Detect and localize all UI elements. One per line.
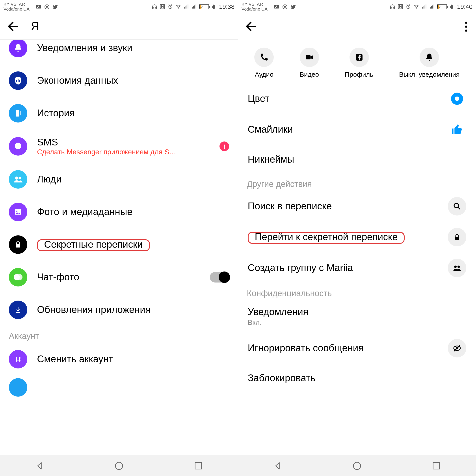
svg-rect-48	[431, 6, 432, 9]
svg-rect-39	[393, 7, 394, 9]
story-icon	[9, 104, 27, 122]
row-switch-account[interactable]: Сменить аккаунт	[0, 343, 238, 375]
chat-photo-toggle[interactable]	[210, 272, 229, 283]
chrome-icon	[44, 4, 50, 9]
row-label: Поиск в переписке	[248, 201, 448, 212]
row-label: Смайлики	[248, 124, 448, 135]
row-label: Создать группу с Mariia	[248, 262, 448, 274]
highlight-box: Секретные переписки	[37, 239, 150, 251]
carrier-1: KYIVSTAR	[3, 2, 30, 7]
svg-point-23	[18, 177, 21, 179]
bell-icon	[9, 40, 27, 57]
battery-icon: 15	[437, 4, 447, 9]
svg-rect-45	[425, 5, 425, 9]
activity-icon	[36, 4, 41, 9]
row-sms[interactable]: SMS Сделать Messenger приложением для S……	[0, 130, 238, 163]
svg-rect-49	[432, 5, 433, 9]
signal-1-icon	[421, 4, 427, 9]
back-icon[interactable]	[244, 19, 259, 34]
svg-rect-17	[18, 79, 18, 82]
row-secret[interactable]: Секретные переписки	[0, 228, 238, 261]
svg-rect-38	[390, 7, 391, 9]
action-label: Выкл. уведомления	[399, 70, 459, 78]
svg-point-57	[454, 266, 457, 268]
video-icon	[300, 48, 319, 67]
chat-settings-list: Цвет Смайлики Никнеймы Другие действия П…	[238, 83, 476, 455]
action-video[interactable]: Видео	[300, 48, 319, 78]
nav-back-icon[interactable]	[273, 461, 283, 471]
row-block[interactable]: Заблокировать	[238, 364, 476, 393]
row-chat-photo[interactable]: Чат-фото	[0, 261, 238, 293]
chat-settings-screen: KYIVSTAR Vodafone UA 15 19:40	[238, 0, 476, 476]
eco-icon	[449, 4, 455, 9]
row-color[interactable]: Цвет	[238, 83, 476, 114]
alert-icon: !	[220, 141, 229, 151]
chat-icon	[9, 137, 27, 155]
row-label: Перейти к секретной переписке	[255, 231, 398, 242]
row-label: SMS	[37, 137, 220, 148]
row-notifications[interactable]: Уведомления и звуки	[0, 40, 238, 64]
color-icon	[448, 89, 466, 108]
download-icon	[9, 301, 27, 319]
svg-point-61	[354, 462, 361, 469]
battery-level: 15	[438, 5, 440, 9]
signal-2-icon	[191, 4, 197, 9]
row-label: Сменить аккаунт	[37, 354, 229, 365]
svg-point-28	[16, 274, 22, 280]
nav-recent-icon[interactable]	[193, 461, 203, 471]
nav-home-icon[interactable]	[352, 461, 362, 471]
svg-rect-19	[16, 110, 19, 116]
row-partial[interactable]	[0, 375, 238, 397]
svg-point-58	[458, 266, 460, 268]
signal-1-icon	[183, 4, 189, 9]
row-label: Уведомления и звуки	[37, 42, 229, 54]
battery-icon: 16	[199, 4, 209, 9]
more-icon[interactable]	[465, 21, 470, 32]
alarm-icon	[406, 4, 411, 9]
twitter-icon	[52, 4, 58, 9]
alarm-icon	[168, 4, 173, 9]
page-title: Я	[31, 19, 39, 33]
nfc-icon	[160, 4, 165, 9]
action-audio[interactable]: Аудио	[255, 48, 274, 78]
row-emoji[interactable]: Смайлики	[238, 114, 476, 145]
svg-point-7	[178, 8, 179, 8]
svg-point-37	[284, 6, 286, 8]
wifi-icon	[175, 4, 181, 9]
row-label: Фото и медиаданные	[37, 206, 229, 218]
row-people[interactable]: Люди	[0, 163, 238, 196]
partial-icon	[9, 378, 27, 397]
svg-point-25	[16, 211, 18, 212]
action-mute[interactable]: Выкл. уведомления	[399, 48, 459, 78]
status-bar: KYIVSTAR Vodafone UA 16 19:38	[0, 0, 238, 13]
row-ignore[interactable]: Игнорировать сообщения	[238, 333, 476, 364]
nav-back-icon[interactable]	[35, 461, 45, 471]
lock-icon	[448, 228, 466, 246]
svg-rect-8	[184, 7, 185, 8]
nav-home-icon[interactable]	[114, 461, 124, 471]
svg-rect-16	[16, 80, 17, 82]
row-history[interactable]: История	[0, 97, 238, 130]
row-label: Уведомления	[248, 306, 308, 318]
nav-recent-icon[interactable]	[431, 461, 441, 471]
shield-icon	[9, 71, 27, 90]
group-icon	[448, 259, 466, 277]
row-updates[interactable]: Обновления приложения	[0, 293, 238, 326]
svg-point-22	[15, 176, 18, 180]
row-data-saver[interactable]: Экономия данных	[0, 64, 238, 97]
action-profile[interactable]: Профиль	[345, 48, 374, 78]
svg-rect-44	[423, 6, 424, 9]
row-photos[interactable]: Фото и медиаданные	[0, 196, 238, 228]
svg-rect-62	[433, 462, 440, 469]
svg-rect-10	[187, 5, 187, 9]
row-nicknames[interactable]: Никнеймы	[238, 145, 476, 174]
back-icon[interactable]	[6, 19, 21, 34]
row-notifications[interactable]: Уведомления Вкл.	[238, 300, 476, 333]
row-search[interactable]: Поиск в переписке	[238, 191, 476, 222]
svg-point-21	[15, 143, 21, 149]
row-secret[interactable]: Перейти к секретной переписке	[238, 222, 476, 253]
svg-point-33	[116, 462, 123, 469]
row-group[interactable]: Создать группу с Mariia	[238, 253, 476, 283]
svg-point-54	[455, 97, 459, 101]
svg-rect-20	[20, 111, 21, 115]
